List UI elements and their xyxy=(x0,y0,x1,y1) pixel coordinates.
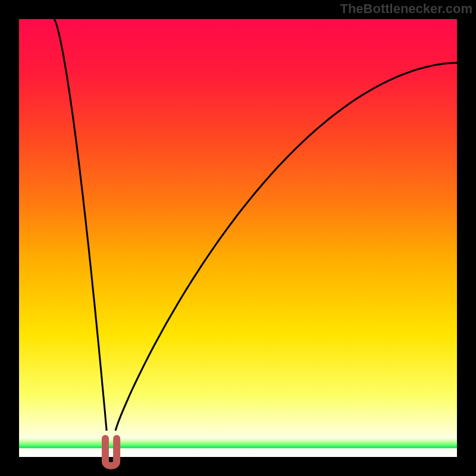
gradient-panel xyxy=(19,19,457,457)
bottom-green-band xyxy=(19,437,457,448)
watermark-text: TheBottlenecker.com xyxy=(340,1,472,17)
bottleneck-chart xyxy=(0,0,476,476)
